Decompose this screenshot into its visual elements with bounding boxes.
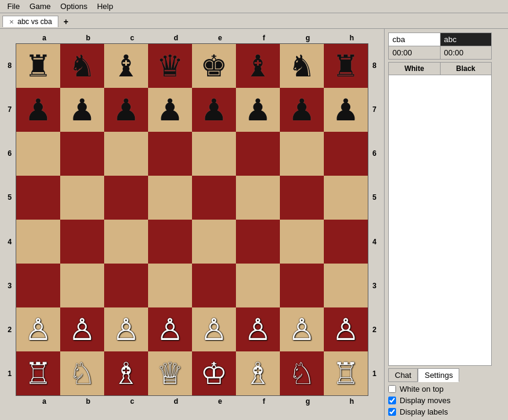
cell-c6[interactable] [104, 132, 148, 176]
file-label-e-bottom: e [198, 397, 242, 406]
rank-2-right: 2 [368, 326, 380, 334]
cell-f1[interactable]: ♗ [236, 351, 280, 395]
cell-e1[interactable]: ♔ [192, 351, 236, 395]
player1-time: 00:00 [389, 46, 441, 60]
display-moves-checkbox[interactable] [388, 397, 396, 404]
board-container: 8 7 6 5 4 3 2 1 ♜♞♝♛♚♝♞♜♟♟♟♟♟♟♟♟♙♙♙♙♙♙♙♙… [4, 43, 380, 396]
cell-a3[interactable] [16, 264, 60, 307]
cell-e2[interactable]: ♙ [192, 307, 236, 351]
cell-d1[interactable]: ♕ [148, 351, 192, 395]
cell-b8[interactable]: ♞ [60, 44, 104, 88]
cell-a7[interactable]: ♟ [16, 88, 60, 132]
cell-d7[interactable]: ♟ [148, 88, 192, 132]
cell-g3[interactable] [280, 264, 324, 307]
cell-g7[interactable]: ♟ [280, 88, 324, 132]
menu-game[interactable]: Game [25, 1, 55, 12]
cell-c3[interactable] [104, 264, 148, 307]
menu-options[interactable]: Options [55, 1, 92, 12]
player-table: cba abc 00:00 00:00 [388, 32, 492, 60]
cell-g6[interactable] [280, 132, 324, 176]
cell-b4[interactable] [60, 220, 104, 264]
cell-a2[interactable]: ♙ [16, 307, 60, 351]
cell-a1[interactable]: ♖ [16, 351, 60, 395]
tab-close-icon[interactable]: ✕ [9, 19, 14, 25]
cell-d3[interactable] [148, 264, 192, 307]
cell-c7[interactable]: ♟ [104, 88, 148, 132]
file-label-g-top: g [286, 34, 330, 42]
cell-a4[interactable] [16, 220, 60, 264]
menu-help[interactable]: Help [92, 1, 118, 12]
cell-a6[interactable] [16, 132, 60, 176]
cell-b3[interactable] [60, 264, 104, 307]
white-on-top-row: White on top [388, 384, 492, 394]
top-file-labels: a b c d e f g h [22, 32, 374, 43]
cell-b1[interactable]: ♘ [60, 351, 104, 395]
cell-a5[interactable] [16, 176, 60, 220]
cell-g1[interactable]: ♘ [280, 351, 324, 395]
rank-2-left: 2 [4, 326, 16, 334]
cell-d6[interactable] [148, 132, 192, 176]
cell-f7[interactable]: ♟ [236, 88, 280, 132]
display-labels-checkbox[interactable] [388, 408, 396, 416]
cell-e4[interactable] [192, 220, 236, 264]
cell-e5[interactable] [192, 176, 236, 220]
cell-g2[interactable]: ♙ [280, 307, 324, 351]
white-on-top-checkbox[interactable] [388, 385, 396, 393]
cell-d2[interactable]: ♙ [148, 307, 192, 351]
moves-area: White Black [388, 62, 492, 366]
rank-3-right: 3 [368, 282, 380, 290]
rank-4-left: 4 [4, 238, 16, 246]
tab-game[interactable]: ✕ abc vs cba [2, 16, 58, 27]
cell-b7[interactable]: ♟ [60, 88, 104, 132]
cell-h6[interactable] [324, 132, 368, 176]
cell-h4[interactable] [324, 220, 368, 264]
cell-h8[interactable]: ♜ [324, 44, 368, 88]
cell-h1[interactable]: ♖ [324, 351, 368, 395]
cell-h7[interactable]: ♟ [324, 88, 368, 132]
chess-board[interactable]: ♜♞♝♛♚♝♞♜♟♟♟♟♟♟♟♟♙♙♙♙♙♙♙♙♖♘♗♕♔♗♘♖ [16, 43, 368, 396]
menu-file[interactable]: File [2, 1, 25, 12]
cell-c2[interactable]: ♙ [104, 307, 148, 351]
cell-f6[interactable] [236, 132, 280, 176]
tab-chat[interactable]: Chat [388, 368, 418, 382]
cell-e3[interactable] [192, 264, 236, 307]
tab-add-button[interactable]: + [58, 16, 73, 28]
cell-a8[interactable]: ♜ [16, 44, 60, 88]
rank-5-left: 5 [4, 193, 16, 202]
cell-b6[interactable] [60, 132, 104, 176]
cell-c5[interactable] [104, 176, 148, 220]
cell-e7[interactable]: ♟ [192, 88, 236, 132]
display-moves-label: Display moves [400, 396, 451, 405]
file-label-h-top: h [330, 34, 374, 42]
cell-f4[interactable] [236, 220, 280, 264]
cell-b5[interactable] [60, 176, 104, 220]
cell-c4[interactable] [104, 220, 148, 264]
cell-g4[interactable] [280, 220, 324, 264]
cell-g5[interactable] [280, 176, 324, 220]
cell-d8[interactable]: ♛ [148, 44, 192, 88]
bottom-file-labels: a b c d e f g h [22, 396, 374, 407]
cell-h3[interactable] [324, 264, 368, 307]
cell-h5[interactable] [324, 176, 368, 220]
cell-c8[interactable]: ♝ [104, 44, 148, 88]
cell-d4[interactable] [148, 220, 192, 264]
rank-1-left: 1 [4, 369, 16, 378]
cell-b2[interactable]: ♙ [60, 307, 104, 351]
cell-c1[interactable]: ♗ [104, 351, 148, 395]
cell-f3[interactable] [236, 264, 280, 307]
cell-d5[interactable] [148, 176, 192, 220]
white-on-top-label: White on top [400, 384, 444, 394]
cell-h2[interactable]: ♙ [324, 307, 368, 351]
cell-f5[interactable] [236, 176, 280, 220]
moves-header: White Black [389, 63, 491, 75]
main-container: a b c d e f g h 8 7 6 5 4 3 2 1 ♜♞♝♛♚♝♞♜… [0, 29, 508, 420]
cell-f2[interactable]: ♙ [236, 307, 280, 351]
tab-settings[interactable]: Settings [418, 368, 459, 382]
cell-f8[interactable]: ♝ [236, 44, 280, 88]
cell-e8[interactable]: ♚ [192, 44, 236, 88]
cell-e6[interactable] [192, 132, 236, 176]
rank-4-right: 4 [368, 238, 380, 246]
player2-time: 00:00 [440, 46, 492, 60]
cell-g8[interactable]: ♞ [280, 44, 324, 88]
file-label-c-bottom: c [110, 397, 154, 406]
